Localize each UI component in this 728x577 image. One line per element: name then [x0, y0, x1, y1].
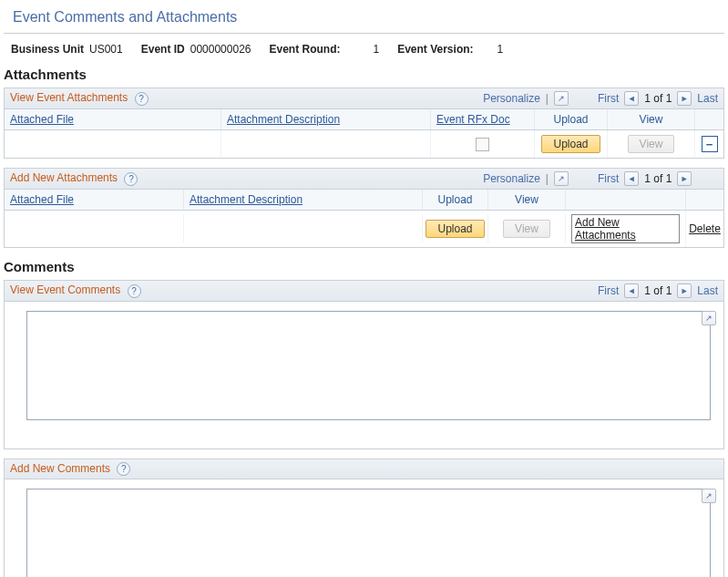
page-title: Event Comments and Attachments — [4, 4, 724, 34]
event-header-row: Business Unit US001 Event ID 0000000026 … — [4, 41, 724, 65]
separator: | — [546, 172, 549, 185]
add-comments-body: ↗ — [5, 479, 723, 577]
col-attachment-description[interactable]: Attachment Description — [184, 190, 423, 210]
cell-event-rfx-doc — [431, 130, 535, 158]
view-button: View — [628, 135, 675, 153]
event-id-value: 0000000026 — [190, 43, 251, 56]
rfx-doc-checkbox[interactable] — [476, 138, 489, 151]
zoom-icon[interactable]: ↗ — [554, 91, 569, 106]
cell-upload: Upload — [535, 130, 608, 158]
prev-arrow-icon[interactable]: ◄ — [624, 91, 639, 106]
add-comments-title: Add New Comments — [10, 462, 110, 475]
last-link[interactable]: Last — [697, 92, 718, 105]
next-arrow-icon[interactable]: ► — [677, 171, 692, 186]
event-id-label: Event ID — [141, 43, 185, 56]
view-event-attachments-grid: View Event Attachments ? Personalize | ↗… — [4, 88, 724, 159]
col-attached-file[interactable]: Attached File — [5, 109, 221, 129]
col-view: View — [608, 109, 695, 129]
grid2-title: Add New Attachments — [10, 171, 118, 184]
pager-text: 1 of 1 — [644, 92, 672, 105]
cell-view: View — [608, 130, 695, 158]
prev-arrow-icon[interactable]: ◄ — [624, 283, 639, 298]
next-arrow-icon[interactable]: ► — [677, 283, 692, 298]
view-button: View — [503, 220, 550, 238]
cell-attachment-description — [221, 130, 431, 158]
pager-text: 1 of 1 — [644, 172, 672, 185]
cell-view: View — [488, 215, 566, 242]
col-attached-file[interactable]: Attached File — [5, 190, 184, 210]
help-icon[interactable]: ? — [124, 172, 138, 186]
zoom-icon[interactable]: ↗ — [702, 489, 716, 503]
personalize-link[interactable]: Personalize — [483, 172, 540, 185]
view-comments-textarea[interactable] — [26, 311, 711, 420]
col-attachment-description[interactable]: Attachment Description — [221, 109, 431, 129]
separator: | — [546, 92, 549, 105]
help-icon[interactable]: ? — [135, 92, 149, 106]
business-unit-field: Business Unit US001 — [11, 43, 123, 56]
add-comments-textarea[interactable] — [26, 489, 711, 577]
col-delete — [686, 190, 723, 210]
event-round-value: 1 — [373, 43, 379, 56]
prev-arrow-icon[interactable]: ◄ — [624, 171, 639, 186]
cell-attached-file — [5, 215, 184, 242]
col-upload: Upload — [423, 190, 488, 210]
col-event-rfx-doc[interactable]: Event RFx Doc — [431, 109, 535, 129]
grid1-column-headers: Attached File Attachment Description Eve… — [5, 109, 723, 130]
grid2-header-bar: Add New Attachments ? Personalize | ↗ Fi… — [5, 169, 723, 190]
view-comments-header: View Event Comments ? First ◄ 1 of 1 ► L… — [5, 281, 723, 302]
cell-upload: Upload — [423, 215, 488, 242]
cell-attached-file — [5, 130, 221, 158]
col-upload: Upload — [535, 109, 608, 129]
table-row: Upload View − — [5, 130, 723, 158]
help-icon[interactable]: ? — [128, 284, 141, 298]
event-round-label: Event Round: — [269, 43, 340, 56]
attachments-section-title: Attachments — [4, 65, 724, 88]
add-comments-header: Add New Comments ? — [5, 459, 723, 479]
cell-attachment-description — [184, 215, 423, 242]
cell-add-new: Add New Attachments — [566, 211, 686, 247]
col-add-new — [566, 190, 686, 210]
event-version-field: Event Version: 1 — [397, 43, 503, 56]
remove-row-button[interactable]: − — [702, 136, 718, 152]
next-arrow-icon[interactable]: ► — [677, 91, 692, 106]
last-link[interactable]: Last — [697, 284, 718, 297]
grid1-header-bar: View Event Attachments ? Personalize | ↗… — [5, 88, 723, 109]
grid1-title: View Event Attachments — [10, 91, 128, 104]
event-version-value: 1 — [497, 43, 504, 56]
first-link[interactable]: First — [598, 284, 619, 297]
event-round-field: Event Round: 1 — [269, 43, 379, 56]
col-view: View — [488, 190, 566, 210]
personalize-link[interactable]: Personalize — [483, 92, 540, 105]
add-new-attachments-grid: Add New Attachments ? Personalize | ↗ Fi… — [4, 168, 724, 248]
col-action — [695, 109, 723, 129]
add-new-attachments-link[interactable]: Add New Attachments — [571, 214, 680, 243]
upload-button[interactable]: Upload — [541, 135, 600, 153]
cell-remove: − — [695, 130, 723, 158]
upload-button[interactable]: Upload — [426, 220, 484, 238]
help-icon[interactable]: ? — [117, 462, 130, 476]
event-id-field: Event ID 0000000026 — [141, 43, 251, 56]
zoom-icon[interactable]: ↗ — [702, 311, 716, 325]
zoom-icon[interactable]: ↗ — [554, 171, 569, 186]
view-event-comments-section: View Event Comments ? First ◄ 1 of 1 ► L… — [4, 280, 724, 449]
first-link[interactable]: First — [598, 92, 619, 105]
view-comments-title: View Event Comments — [10, 283, 120, 296]
cell-delete: Delete — [686, 215, 723, 242]
first-link[interactable]: First — [598, 172, 619, 185]
comments-section-title: Comments — [4, 257, 724, 280]
business-unit-label: Business Unit — [11, 43, 84, 56]
table-row: Upload View Add New Attachments Delete — [5, 211, 723, 247]
add-new-comments-section: Add New Comments ? ↗ — [4, 459, 724, 577]
grid2-column-headers: Attached File Attachment Description Upl… — [5, 190, 723, 211]
delete-link[interactable]: Delete — [689, 222, 721, 235]
view-comments-body: ↗ — [5, 302, 723, 448]
event-version-label: Event Version: — [397, 43, 473, 56]
business-unit-value: US001 — [89, 43, 123, 56]
pager-text: 1 of 1 — [644, 284, 672, 297]
